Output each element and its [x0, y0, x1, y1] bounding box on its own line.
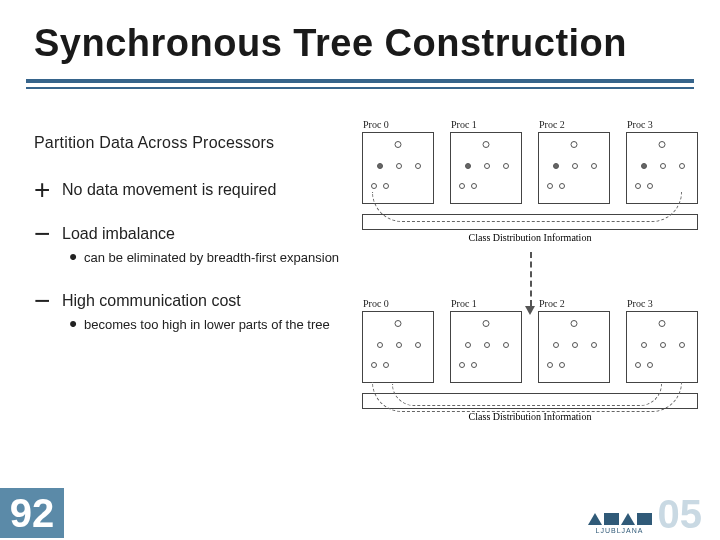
bullet-item: − Load imbalance • can be eliminated by … — [34, 224, 354, 267]
processor-box: Proc 1 — [450, 311, 522, 383]
tree-node-icon — [377, 342, 383, 348]
tree-node-icon — [660, 342, 666, 348]
tree-node-icon — [679, 163, 685, 169]
processor-label: Proc 3 — [627, 298, 653, 309]
bullet-text: Load imbalance — [62, 224, 354, 244]
tree-node-icon — [572, 163, 578, 169]
bullet-dot-icon: • — [62, 250, 84, 267]
tree-node-icon — [635, 362, 641, 368]
tree-node-icon — [471, 362, 477, 368]
tree-node-icon — [571, 141, 578, 148]
communication-arc-icon — [372, 192, 682, 222]
plus-icon: + — [34, 180, 62, 200]
minus-icon: − — [34, 291, 62, 334]
tree-node-icon — [635, 183, 641, 189]
tree-node-icon — [483, 320, 490, 327]
tree-node-icon — [377, 163, 383, 169]
logo-block-icon — [604, 513, 619, 525]
logo-triangle-icon — [621, 513, 635, 525]
processor-row-bottom: Proc 0 Proc 1 Proc 2 Proc — [362, 311, 698, 383]
tree-node-icon — [571, 320, 578, 327]
tree-node-icon — [383, 362, 389, 368]
bullet-dot-icon: • — [62, 317, 84, 334]
tree-node-icon — [641, 342, 647, 348]
processor-label: Proc 0 — [363, 119, 389, 130]
tree-node-icon — [503, 163, 509, 169]
conference-logo-icon: LJUBLJANA — [588, 513, 652, 534]
bullet-text: No data movement is required — [62, 180, 354, 200]
tree-node-icon — [679, 342, 685, 348]
tree-node-icon — [559, 183, 565, 189]
bullet-item: − High communication cost • becomes too … — [34, 291, 354, 334]
tree-node-icon — [465, 342, 471, 348]
tree-node-icon — [459, 183, 465, 189]
title-rule-thick — [26, 79, 694, 83]
processor-box: Proc 2 — [538, 311, 610, 383]
tree-node-icon — [465, 163, 471, 169]
tree-node-icon — [371, 183, 377, 189]
tree-node-icon — [647, 362, 653, 368]
tree-node-icon — [647, 183, 653, 189]
tree-node-icon — [553, 342, 559, 348]
tree-node-icon — [591, 342, 597, 348]
tree-node-icon — [659, 320, 666, 327]
tree-node-icon — [395, 141, 402, 148]
tree-node-icon — [415, 163, 421, 169]
tree-node-icon — [459, 362, 465, 368]
bullet-text: High communication cost — [62, 291, 354, 311]
tree-node-icon — [484, 342, 490, 348]
page-number: 92 — [0, 488, 64, 538]
sub-bullet: • can be eliminated by breadth-first exp… — [62, 250, 354, 267]
sub-bullet-text: becomes too high in lower parts of the t… — [84, 317, 354, 334]
tree-node-icon — [559, 362, 565, 368]
logo-text: LJUBLJANA — [596, 527, 644, 534]
tree-node-icon — [383, 183, 389, 189]
bullet-item: + No data movement is required — [34, 180, 354, 200]
slide-title: Synchronous Tree Construction — [0, 0, 720, 79]
footer-logo-area: LJUBLJANA 05 — [588, 494, 703, 534]
tree-node-icon — [503, 342, 509, 348]
title-rule-thin — [26, 87, 694, 89]
tree-node-icon — [547, 183, 553, 189]
text-column: Partition Data Across Processors + No da… — [34, 134, 354, 334]
subtitle: Partition Data Across Processors — [34, 134, 354, 152]
tree-node-icon — [591, 163, 597, 169]
tree-node-icon — [396, 163, 402, 169]
processor-box: Proc 0 — [362, 311, 434, 383]
diagram-figure: Proc 0 Proc 1 Proc 2 Proc — [362, 132, 698, 422]
tree-node-icon — [553, 163, 559, 169]
tree-node-icon — [659, 141, 666, 148]
info-bar-label: Class Distribution Information — [362, 411, 698, 422]
tree-node-icon — [415, 342, 421, 348]
tree-node-icon — [396, 342, 402, 348]
tree-node-icon — [641, 163, 647, 169]
year-label: 05 — [658, 494, 703, 534]
tree-node-icon — [471, 183, 477, 189]
tree-node-icon — [395, 320, 402, 327]
logo-block-icon — [637, 513, 652, 525]
tree-node-icon — [483, 141, 490, 148]
processor-label: Proc 2 — [539, 119, 565, 130]
info-bar-label: Class Distribution Information — [362, 232, 698, 243]
communication-arc-icon — [392, 384, 662, 406]
tree-node-icon — [660, 163, 666, 169]
logo-triangle-icon — [588, 513, 602, 525]
tree-node-icon — [572, 342, 578, 348]
sub-bullet-text: can be eliminated by breadth-first expan… — [84, 250, 354, 267]
processor-label: Proc 1 — [451, 119, 477, 130]
arrow-head-icon — [525, 306, 535, 315]
tree-node-icon — [371, 362, 377, 368]
processor-label: Proc 0 — [363, 298, 389, 309]
processor-label: Proc 1 — [451, 298, 477, 309]
minus-icon: − — [34, 224, 62, 267]
processor-box: Proc 3 — [626, 311, 698, 383]
sub-bullet: • becomes too high in lower parts of the… — [62, 317, 354, 334]
tree-node-icon — [484, 163, 490, 169]
arrow-down-icon — [530, 252, 532, 306]
processor-label: Proc 3 — [627, 119, 653, 130]
tree-node-icon — [547, 362, 553, 368]
processor-label: Proc 2 — [539, 298, 565, 309]
